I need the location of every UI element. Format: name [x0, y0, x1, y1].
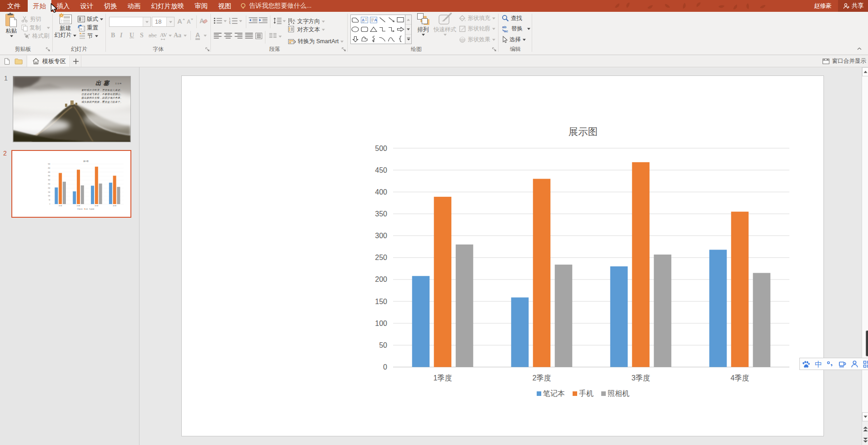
- text-shadow-button[interactable]: S: [140, 32, 144, 39]
- shape-curve-icon[interactable]: [387, 34, 396, 44]
- shape-elbow-arrow-connector-icon[interactable]: [387, 25, 396, 34]
- ribbon-tab-1[interactable]: 开始: [28, 0, 51, 12]
- select-button[interactable]: 选择: [502, 35, 526, 45]
- increase-indent-icon[interactable]: [259, 17, 268, 24]
- bullets-icon[interactable]: [214, 17, 223, 24]
- ribbon-tab-7[interactable]: 审阅: [190, 0, 213, 12]
- underline-button[interactable]: U: [130, 32, 134, 39]
- shape-freeform-polygon-icon[interactable]: [360, 34, 369, 44]
- paste-button[interactable]: 粘贴: [2, 13, 20, 37]
- align-center-icon[interactable]: [224, 33, 232, 39]
- font-size-dropdown[interactable]: [166, 17, 174, 26]
- shape-triangle-icon[interactable]: [369, 25, 378, 34]
- bar-chart[interactable]: 展示图0501001502002503003504004505001季度2季度3…: [182, 76, 823, 436]
- replace-button[interactable]: abac 替换: [502, 24, 530, 34]
- punctuation-icon[interactable]: [824, 360, 837, 368]
- baidu-paw-icon[interactable]: [800, 360, 812, 368]
- ribbon-tab-3[interactable]: 设计: [75, 0, 99, 12]
- shape-outline-button[interactable]: 形状轮廓: [459, 24, 495, 34]
- shape-gallery-down-button[interactable]: [405, 25, 411, 34]
- change-case-button[interactable]: Aa: [174, 32, 181, 39]
- window-merge-button[interactable]: 窗口合并显示: [823, 55, 866, 67]
- align-justify-icon[interactable]: [245, 33, 253, 39]
- clear-formatting-icon[interactable]: A: [200, 17, 208, 25]
- numbering-icon[interactable]: 123: [229, 17, 238, 24]
- shape-right-arrow-icon[interactable]: [396, 25, 405, 34]
- find-button[interactable]: 查找: [502, 13, 522, 23]
- align-right-icon[interactable]: [234, 33, 243, 39]
- ribbon-tab-6[interactable]: 幻灯片放映: [146, 0, 190, 12]
- shape-text-box-icon[interactable]: A: [360, 15, 369, 25]
- previous-slide-button[interactable]: [862, 424, 868, 434]
- shape-gallery-up-button[interactable]: [405, 15, 411, 25]
- slide-1-thumbnail[interactable]: 出塞王昌龄秦时明月汉时关，万里长征人未还。但使龙城飞将在，不教胡马度阴山。骝马新…: [13, 76, 131, 142]
- strikethrough-button[interactable]: abc: [149, 32, 157, 39]
- line-spacing-icon[interactable]: [273, 17, 282, 24]
- drawing-dialog-launcher-icon[interactable]: [492, 47, 497, 52]
- quick-styles-button[interactable]: 快速样式: [432, 13, 458, 36]
- char-spacing-button[interactable]: AV: [160, 32, 167, 40]
- shape-effects-button[interactable]: 形状效果: [459, 35, 495, 45]
- open-folder-icon[interactable]: [15, 58, 23, 65]
- new-slide-button[interactable]: 新建 幻灯片: [55, 13, 75, 39]
- ribbon-tab-0[interactable]: 文件: [0, 0, 28, 12]
- shape-fill-button[interactable]: 形状填充: [459, 13, 495, 23]
- keyboard-icon[interactable]: [836, 360, 848, 368]
- collapse-ribbon-icon[interactable]: [857, 47, 862, 50]
- smartart-button[interactable]: 转换为 SmartArt: [288, 36, 344, 46]
- shape-line-icon[interactable]: [378, 15, 387, 25]
- ribbon-tab-5[interactable]: 动画: [122, 0, 146, 12]
- document-tab[interactable]: 模板专区: [28, 55, 70, 67]
- tell-me-box[interactable]: 告诉我您想要做什么...: [240, 0, 312, 12]
- columns-icon[interactable]: [269, 33, 277, 39]
- slide-canvas[interactable]: 展示图0501001502002503003504004505001季度2季度3…: [181, 75, 824, 436]
- font-size-combo[interactable]: 18: [152, 17, 175, 27]
- scroll-down-button[interactable]: [862, 412, 868, 421]
- increase-font-size-icon[interactable]: A: [177, 17, 185, 25]
- chinese-mode-icon[interactable]: 中: [812, 360, 824, 368]
- shape-vertical-text-box-icon[interactable]: A: [369, 15, 378, 25]
- align-left-icon[interactable]: [214, 33, 222, 39]
- new-tab-button[interactable]: [73, 58, 79, 65]
- shape-down-arrow-icon[interactable]: [351, 34, 360, 44]
- font-name-dropdown[interactable]: [143, 17, 150, 26]
- user-name[interactable]: 赵修豪: [808, 2, 838, 10]
- shape-rectangle-icon[interactable]: [396, 15, 405, 25]
- menu-grid-icon[interactable]: [861, 360, 868, 368]
- paragraph-dialog-launcher-icon[interactable]: [342, 47, 346, 52]
- shape-rounded-rectangle-icon[interactable]: [360, 25, 369, 34]
- decrease-indent-icon[interactable]: [249, 17, 258, 24]
- distribute-columns-icon[interactable]: [254, 33, 263, 39]
- ime-drag-handle[interactable]: [866, 330, 868, 356]
- arrange-button[interactable]: 排列: [415, 13, 431, 36]
- font-color-button[interactable]: A: [195, 32, 200, 40]
- shape-left-brace-icon[interactable]: [396, 34, 405, 44]
- clipboard-dialog-launcher-icon[interactable]: [46, 47, 50, 52]
- shape-gallery-more-button[interactable]: [405, 35, 411, 44]
- font-name-combo[interactable]: [109, 17, 151, 27]
- share-button[interactable]: 共享: [838, 0, 868, 12]
- shape-arrow-icon[interactable]: [387, 15, 396, 25]
- scroll-up-button[interactable]: [862, 67, 868, 76]
- new-document-icon[interactable]: [4, 58, 10, 65]
- ribbon-tab-4[interactable]: 切换: [99, 0, 122, 12]
- next-slide-button[interactable]: [862, 435, 868, 445]
- section-button[interactable]: 节: [79, 31, 98, 41]
- person-icon[interactable]: [848, 360, 861, 368]
- font-dialog-launcher-icon[interactable]: [205, 47, 210, 52]
- ime-toolbar[interactable]: 中: [799, 358, 868, 370]
- shape-arc-icon[interactable]: [378, 34, 387, 44]
- shape-scribble-icon[interactable]: [369, 34, 378, 44]
- bold-button[interactable]: B: [111, 32, 115, 39]
- shape-oval-icon[interactable]: [351, 25, 360, 34]
- vertical-scrollbar[interactable]: [862, 67, 868, 445]
- decrease-font-size-icon[interactable]: A: [186, 17, 194, 25]
- shape-elbow-connector-icon[interactable]: [378, 25, 387, 34]
- shape-freeform-rounded-icon[interactable]: [351, 15, 360, 25]
- slide-2-thumbnail[interactable]: 展示图0501001502002503003504004505001季度2季度3…: [11, 150, 131, 218]
- align-text-button[interactable]: 对齐文本: [288, 25, 325, 35]
- ribbon-tab-8[interactable]: 视图: [213, 0, 237, 12]
- svg-text:450: 450: [375, 166, 387, 174]
- format-painter-button[interactable]: 格式刷: [23, 31, 50, 41]
- italic-button[interactable]: I: [120, 32, 122, 39]
